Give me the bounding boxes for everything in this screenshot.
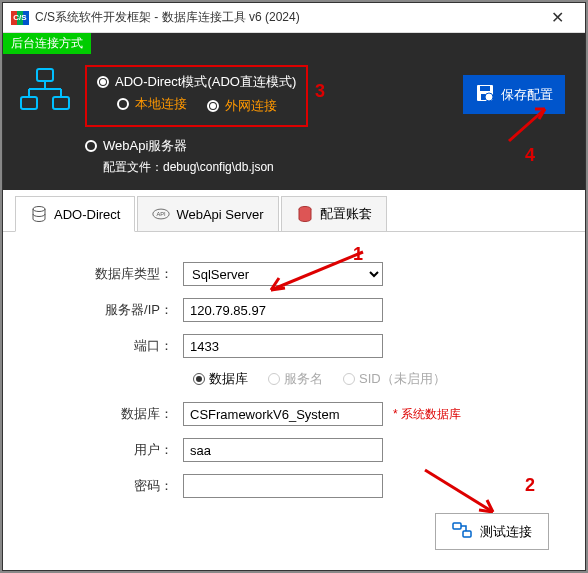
radio-dot-icon — [97, 76, 109, 88]
radio-external-connection[interactable]: 外网连接 — [207, 95, 277, 117]
input-password[interactable] — [183, 474, 383, 498]
label-server: 服务器/IP： — [23, 301, 183, 319]
radio-database[interactable]: 数据库 — [193, 370, 248, 388]
radio-label: 本地连接 — [135, 95, 187, 113]
link-icon — [452, 522, 472, 541]
form-panel: 1 数据库类型： SqlServer 服务器/IP： 端口： 数据库 — [3, 232, 585, 570]
button-label: 测试连接 — [480, 523, 532, 541]
titlebar: C/S C/S系统软件开发框架 - 数据库连接工具 v6 (2024) ✕ — [3, 3, 585, 33]
label-password: 密码： — [23, 477, 183, 495]
annotation-1: 1 — [353, 244, 363, 265]
window-title: C/S系统软件开发框架 - 数据库连接工具 v6 (2024) — [35, 9, 537, 26]
input-server[interactable] — [183, 298, 383, 322]
label-database: 数据库： — [23, 405, 183, 423]
annotation-4: 4 — [525, 145, 535, 166]
svg-line-11 — [492, 100, 494, 102]
svg-point-10 — [485, 93, 493, 101]
tab-config-account[interactable]: 配置账套 — [281, 196, 387, 231]
radio-local-connection[interactable]: 本地连接 — [117, 95, 187, 113]
api-icon: API — [152, 205, 170, 223]
tab-webapi-server[interactable]: API WebApi Server — [137, 196, 278, 231]
app-icon: C/S — [11, 11, 29, 25]
radio-dot-icon — [268, 373, 280, 385]
svg-rect-8 — [480, 86, 490, 91]
ado-mode-highlight: ADO-Direct模式(ADO直连模式) 本地连接 外网连接 — [85, 65, 308, 127]
config-db-icon — [296, 205, 314, 223]
svg-rect-17 — [463, 531, 471, 537]
label-port: 端口： — [23, 337, 183, 355]
radio-dot-icon — [117, 98, 129, 110]
panel-tag: 后台连接方式 — [3, 33, 91, 54]
svg-point-12 — [33, 207, 45, 212]
svg-text:API: API — [157, 211, 167, 217]
connection-mode-panel: 后台连接方式 ADO-Direct模式(ADO直连模式) — [3, 33, 585, 190]
tab-bar: ADO-Direct API WebApi Server 配置账套 — [3, 190, 585, 232]
main-window: C/S C/S系统软件开发框架 - 数据库连接工具 v6 (2024) ✕ 后台… — [2, 2, 586, 571]
label-dbtype: 数据库类型： — [23, 265, 183, 283]
database-icon — [30, 205, 48, 223]
tab-ado-direct[interactable]: ADO-Direct — [15, 196, 135, 232]
input-user[interactable] — [183, 438, 383, 462]
db-identifier-radios: 数据库 服务名 SID（未启用） — [193, 370, 565, 388]
config-file-line: 配置文件：debug\config\db.json — [103, 159, 573, 176]
radio-label: WebApi服务器 — [103, 137, 187, 155]
test-connection-button[interactable]: 测试连接 — [435, 513, 549, 550]
radio-webapi[interactable]: WebApi服务器 — [85, 137, 573, 155]
tab-label: ADO-Direct — [54, 207, 120, 222]
button-label: 保存配置 — [501, 86, 553, 104]
radio-service-name: 服务名 — [268, 370, 323, 388]
annotation-2: 2 — [525, 475, 535, 496]
input-port[interactable] — [183, 334, 383, 358]
annotation-3: 3 — [315, 81, 325, 102]
radio-label: ADO-Direct模式(ADO直连模式) — [115, 73, 296, 91]
tab-label: WebApi Server — [176, 207, 263, 222]
label-user: 用户： — [23, 441, 183, 459]
input-database[interactable] — [183, 402, 383, 426]
save-config-button[interactable]: 保存配置 — [463, 75, 565, 114]
close-button[interactable]: ✕ — [537, 4, 577, 32]
radio-dot-icon — [85, 140, 97, 152]
radio-ado-direct[interactable]: ADO-Direct模式(ADO直连模式) — [97, 73, 296, 91]
radio-dot-icon — [207, 100, 219, 112]
svg-rect-2 — [53, 97, 69, 109]
save-icon — [475, 83, 495, 106]
tab-label: 配置账套 — [320, 205, 372, 223]
radio-sid: SID（未启用） — [343, 370, 446, 388]
radio-dot-icon — [193, 373, 205, 385]
select-dbtype[interactable]: SqlServer — [183, 262, 383, 286]
svg-rect-0 — [37, 69, 53, 81]
svg-rect-1 — [21, 97, 37, 109]
note-system-db: * 系统数据库 — [393, 406, 461, 423]
radio-label: 外网连接 — [225, 97, 277, 115]
radio-dot-icon — [343, 373, 355, 385]
svg-rect-16 — [453, 523, 461, 529]
network-icon — [15, 65, 75, 119]
